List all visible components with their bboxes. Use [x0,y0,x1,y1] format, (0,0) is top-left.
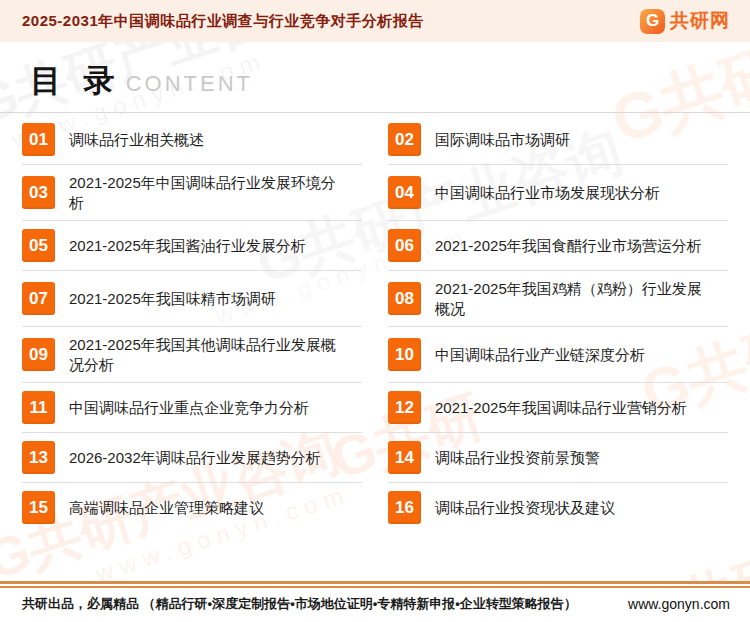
toc-item-number-badge: 12 [388,391,421,424]
toc-item[interactable]: 02国际调味品市场调研 [388,115,728,165]
toc-item[interactable]: 10中国调味品行业产业链深度分析 [388,327,728,383]
toc-item-label: 国际调味品市场调研 [435,130,570,150]
report-page: G共研产业咨询 www.gonyn.com G共研 G共研产业咨询 www.go… [0,0,750,622]
toc-item-label: 2021-2025年我国鸡精（鸡粉）行业发展概况 [435,279,715,318]
toc-item[interactable]: 15高端调味品企业管理策略建议 [22,483,362,532]
gonyn-logo-text: 共研网 [670,8,730,34]
toc-item-label: 调味品行业相关概述 [69,130,204,150]
toc-item-number-badge: 03 [22,176,55,209]
toc-item-label: 调味品行业投资前景预警 [435,448,600,468]
toc-item[interactable]: 082021-2025年我国鸡精（鸡粉）行业发展概况 [388,271,728,327]
footer-row: 共研出品，必属精品 （精品行研•深度定制报告•市场地位证明•专精特新申报•企业转… [0,588,750,622]
toc-item-label: 中国调味品行业产业链深度分析 [435,345,645,365]
toc-item[interactable]: 04中国调味品行业市场发展现状分析 [388,165,728,221]
footer-website-link[interactable]: www.gonyn.com [628,596,730,612]
toc-item-number-badge: 16 [388,491,421,524]
toc-item[interactable]: 122021-2025年我国调味品行业营销分析 [388,383,728,433]
footer: 共研出品，必属精品 （精品行研•深度定制报告•市场地位证明•专精特新申报•企业转… [0,581,750,622]
header-bar: 2025-2031年中国调味品行业调查与行业竞争对手分析报告 G 共研网 [0,0,750,42]
toc-item[interactable]: 132026-2032年调味品行业发展趋势分析 [22,433,362,483]
toc-item-label: 2021-2025年我国味精市场调研 [69,289,276,309]
toc-item-number-badge: 08 [388,282,421,315]
report-title: 2025-2031年中国调味品行业调查与行业竞争对手分析报告 [22,12,424,31]
toc-header: 目 录 CONTENT [0,60,750,113]
toc-item-number-badge: 13 [22,441,55,474]
toc-item-number-badge: 06 [388,229,421,262]
toc-item-label: 2021-2025年我国酱油行业发展分析 [69,236,306,256]
toc-item-number-badge: 02 [388,123,421,156]
toc-item-label: 2021-2025年我国调味品行业营销分析 [435,398,687,418]
toc-item[interactable]: 072021-2025年我国味精市场调研 [22,271,362,327]
toc-item-number-badge: 15 [22,491,55,524]
toc-item-label: 中国调味品行业市场发展现状分析 [435,183,660,203]
toc-item[interactable]: 11中国调味品行业重点企业竞争力分析 [22,383,362,433]
toc-item-label: 调味品行业投资现状及建议 [435,498,615,518]
toc-item[interactable]: 032021-2025年中国调味品行业发展环境分析 [22,165,362,221]
toc-item-number-badge: 10 [388,338,421,371]
footer-slogan: 共研出品，必属精品 （精品行研•深度定制报告•市场地位证明•专精特新申报•企业转… [22,595,577,613]
toc-item-label: 中国调味品行业重点企业竞争力分析 [69,398,309,418]
toc-item[interactable]: 062021-2025年我国食醋行业市场营运分析 [388,221,728,271]
gonyn-logo-icon: G [640,9,665,34]
toc-subtitle: CONTENT [126,71,253,97]
toc-item-label: 2021-2025年我国其他调味品行业发展概况分析 [69,335,349,374]
toc-item-label: 高端调味品企业管理策略建议 [69,498,264,518]
toc-title: 目 录 [30,60,122,102]
toc-item-number-badge: 14 [388,441,421,474]
toc-item-label: 2026-2032年调味品行业发展趋势分析 [69,448,321,468]
toc-item[interactable]: 052021-2025年我国酱油行业发展分析 [22,221,362,271]
toc-item-number-badge: 05 [22,229,55,262]
toc-item-number-badge: 01 [22,123,55,156]
toc-item-number-badge: 07 [22,282,55,315]
toc-item[interactable]: 092021-2025年我国其他调味品行业发展概况分析 [22,327,362,383]
toc-item-number-badge: 04 [388,176,421,209]
gonyn-logo[interactable]: G 共研网 [640,8,730,34]
toc-item-number-badge: 09 [22,338,55,371]
toc-item[interactable]: 01调味品行业相关概述 [22,115,362,165]
toc-item-label: 2021-2025年我国食醋行业市场营运分析 [435,236,702,256]
toc-grid: 01调味品行业相关概述02国际调味品市场调研032021-2025年中国调味品行… [0,113,750,532]
toc-item-number-badge: 11 [22,391,55,424]
toc-item[interactable]: 16调味品行业投资现状及建议 [388,483,728,532]
toc-item-label: 2021-2025年中国调味品行业发展环境分析 [69,173,349,212]
toc-item[interactable]: 14调味品行业投资前景预警 [388,433,728,483]
